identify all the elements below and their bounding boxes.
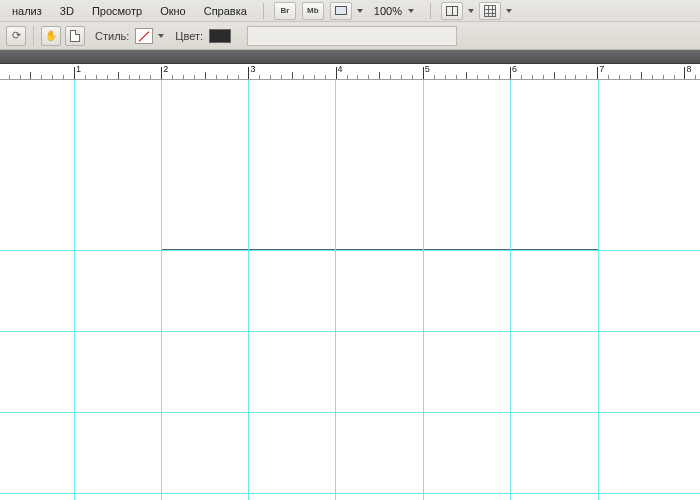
menu-bar: нализ 3D Просмотр Окно Справка Br Mb 100… xyxy=(0,0,700,22)
arrange-documents-dropdown[interactable] xyxy=(467,9,475,13)
menu-analysis[interactable]: нализ xyxy=(4,3,50,19)
launch-minibridge-button[interactable]: Mb xyxy=(302,2,324,20)
ruler-label: 2 xyxy=(163,64,168,74)
guide-vertical[interactable] xyxy=(74,80,75,500)
view-extras-button[interactable] xyxy=(330,2,352,20)
options-spacer xyxy=(247,26,457,46)
zoom-level-field[interactable]: 100% xyxy=(372,5,404,17)
guide-vertical[interactable] xyxy=(423,80,424,500)
hand-tool-button[interactable]: ✋ xyxy=(41,26,61,46)
ruler-label: 1 xyxy=(76,64,81,74)
separator xyxy=(430,3,431,19)
style-picker[interactable] xyxy=(135,28,153,44)
guide-vertical[interactable] xyxy=(248,80,249,500)
separator xyxy=(33,26,34,46)
style-label: Стиль: xyxy=(89,30,131,42)
color-label: Цвет: xyxy=(169,30,205,42)
zoom-dropdown[interactable] xyxy=(406,6,416,16)
guide-horizontal[interactable] xyxy=(0,331,700,332)
ruler-label: 8 xyxy=(686,64,691,74)
horizontal-ruler[interactable]: 12345678 xyxy=(0,64,700,80)
ruler-label: 7 xyxy=(599,64,604,74)
guide-horizontal[interactable] xyxy=(0,493,700,494)
ruler-label: 4 xyxy=(338,64,343,74)
separator xyxy=(263,3,264,19)
guide-vertical[interactable] xyxy=(161,80,162,500)
style-dropdown[interactable] xyxy=(157,34,165,38)
screen-mode-dropdown[interactable] xyxy=(505,9,513,13)
launch-bridge-button[interactable]: Br xyxy=(274,2,296,20)
ruler-label: 3 xyxy=(250,64,255,74)
document-tab-strip xyxy=(0,50,700,64)
guide-vertical[interactable] xyxy=(510,80,511,500)
document-preset-button[interactable] xyxy=(65,26,85,46)
guide-horizontal[interactable] xyxy=(0,250,700,251)
guide-vertical[interactable] xyxy=(598,80,599,500)
rotate-view-button[interactable]: ⟳ xyxy=(6,26,26,46)
view-extras-dropdown[interactable] xyxy=(356,9,364,13)
guide-horizontal[interactable] xyxy=(0,412,700,413)
menu-view[interactable]: Просмотр xyxy=(84,3,150,19)
arrange-documents-button[interactable] xyxy=(441,2,463,20)
canvas[interactable] xyxy=(0,80,700,500)
color-picker[interactable] xyxy=(209,29,231,43)
ruler-label: 6 xyxy=(512,64,517,74)
ruler-label: 5 xyxy=(425,64,430,74)
menu-window[interactable]: Окно xyxy=(152,3,194,19)
tool-options-bar: ⟳ ✋ Стиль: Цвет: xyxy=(0,22,700,50)
menu-3d[interactable]: 3D xyxy=(52,3,82,19)
guide-vertical[interactable] xyxy=(335,80,336,500)
menu-help[interactable]: Справка xyxy=(196,3,255,19)
screen-mode-button[interactable] xyxy=(479,2,501,20)
